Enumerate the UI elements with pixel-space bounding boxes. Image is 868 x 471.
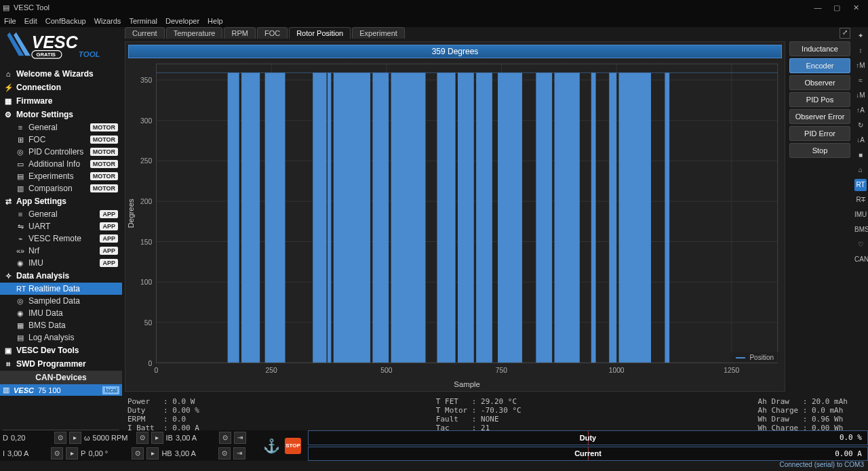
nav-leaf-nrf[interactable]: «»NrfAPP — [0, 245, 122, 257]
nav-dev-tools[interactable]: ▣VESC Dev Tools — [0, 344, 122, 357]
menu-help[interactable]: Help — [208, 17, 223, 25]
rail-btn-15[interactable]: CAN — [854, 253, 867, 266]
nav-leaf-imu[interactable]: ◉IMUAPP — [0, 257, 122, 269]
rail-btn-7[interactable]: ↓A — [854, 134, 867, 146]
tab-rpm[interactable]: RPM — [224, 27, 255, 39]
nav-connection[interactable]: ⚡Connection — [0, 81, 122, 94]
plug-icon: ⚡ — [4, 83, 12, 92]
menu-confbackup[interactable]: ConfBackup — [45, 17, 86, 25]
nav-leaf-foc[interactable]: ⊞FOCMOTOR — [0, 134, 122, 146]
rail-btn-13[interactable]: BMS — [854, 224, 867, 236]
close-button[interactable]: ✕ — [846, 3, 865, 12]
nav-leaf-vesc-remote[interactable]: ⌁VESC RemoteAPP — [0, 232, 122, 245]
d-play-button[interactable]: ▸ — [69, 432, 81, 444]
ib-reset-button[interactable]: ⊙ — [219, 432, 231, 444]
rail-btn-8[interactable]: ■ — [854, 149, 867, 161]
nav-leaf-imu-data[interactable]: ◉IMU Data — [0, 307, 122, 319]
nav-leaf-bms-data[interactable]: ▦BMS Data — [0, 319, 122, 331]
expand-plot-button[interactable]: ⤢ — [840, 28, 850, 39]
rail-btn-14[interactable]: ♡ — [854, 239, 867, 251]
nav-swd[interactable]: ⌗SWD Programmer — [0, 357, 122, 371]
nav-app-settings[interactable]: ⇄App Settings — [0, 194, 122, 208]
svg-rect-38 — [372, 73, 389, 363]
w-play-button[interactable]: ▸ — [151, 432, 163, 444]
rail-btn-1[interactable]: ↕ — [854, 45, 867, 57]
legend-swatch — [736, 357, 745, 359]
i-reset-button[interactable]: ⊙ — [51, 447, 63, 459]
nav-welcome[interactable]: ⌂Welcome & Wizards — [0, 67, 122, 81]
nav-leaf-experiments[interactable]: ▤ExperimentsMOTOR — [0, 170, 122, 182]
rail-btn-9[interactable]: ⌂ — [854, 164, 867, 176]
menu-developer[interactable]: Developer — [165, 17, 199, 25]
nav-leaf-comparison[interactable]: ▥ComparisonMOTOR — [0, 182, 122, 194]
nav-leaf-general[interactable]: ≡GeneralMOTOR — [0, 121, 122, 134]
can-device-row[interactable]: ▥ VESC 75 100 local — [0, 384, 122, 396]
badge: MOTOR — [90, 136, 118, 144]
menu-edit[interactable]: Edit — [24, 17, 37, 25]
chart-title: 359 Degrees — [128, 45, 782, 58]
ib-send-button[interactable]: ⇥ — [234, 432, 246, 444]
d-field: D 0,20 — [3, 434, 52, 442]
chart-svg[interactable]: 050100150200250300350025050075010001250S… — [125, 60, 785, 391]
mode-inductance[interactable]: Inductance — [789, 41, 850, 56]
mode-observer[interactable]: Observer — [789, 75, 850, 90]
rail-btn-11[interactable]: RT̶ — [854, 194, 867, 206]
svg-text:500: 500 — [380, 367, 392, 374]
rail-btn-6[interactable]: ↻ — [854, 119, 867, 131]
nav-leaf-realtime-data[interactable]: RTRealtime Data — [0, 283, 122, 295]
nav-firmware[interactable]: ▦Firmware — [0, 94, 122, 108]
rail-btn-12[interactable]: IMU — [854, 209, 867, 221]
menu-file[interactable]: File — [4, 17, 16, 25]
mode-stop[interactable]: Stop — [789, 143, 850, 158]
p-reset-button[interactable]: ⊙ — [132, 447, 144, 459]
svg-rect-35 — [313, 73, 326, 363]
nav-motor-settings[interactable]: ⚙Motor Settings — [0, 108, 122, 121]
tab-experiment[interactable]: Experiment — [352, 27, 405, 39]
tab-temperature[interactable]: Temperature — [166, 27, 223, 39]
svg-text:750: 750 — [496, 367, 507, 374]
duty-gauge[interactable]: Duty 0.0 % — [308, 430, 868, 445]
svg-rect-46 — [591, 73, 596, 363]
tab-foc[interactable]: FOC — [257, 27, 288, 39]
hb-send-button[interactable]: ⇥ — [233, 447, 245, 459]
hb-reset-button[interactable]: ⊙ — [218, 447, 231, 459]
svg-rect-32 — [228, 73, 239, 363]
mode-observer-error[interactable]: Observer Error — [789, 109, 850, 124]
nav-leaf-general[interactable]: ≡GeneralAPP — [0, 208, 122, 220]
nav-leaf-log-analysis[interactable]: ▤Log Analysis — [0, 331, 122, 344]
chart-mode-panel: InductanceEncoderObserverPID PosObserver… — [789, 41, 850, 392]
svg-text:1250: 1250 — [724, 367, 739, 374]
svg-rect-42 — [476, 73, 492, 363]
p-play-button[interactable]: ▸ — [146, 447, 159, 459]
rail-btn-3[interactable]: ≈ — [854, 75, 867, 87]
i-play-button[interactable]: ▸ — [66, 447, 78, 459]
d-reset-button[interactable]: ⊙ — [54, 432, 66, 444]
current-gauge[interactable]: Current 0.00 A — [308, 447, 868, 462]
menu-terminal[interactable]: Terminal — [129, 17, 157, 25]
mode-pid-pos[interactable]: PID Pos — [789, 92, 850, 107]
nav-leaf-pid-controllers[interactable]: ◎PID ControllersMOTOR — [0, 146, 122, 158]
nav-data-analysis[interactable]: ✧Data Analysis — [0, 269, 122, 283]
nav-leaf-sampled-data[interactable]: ◎Sampled Data — [0, 295, 122, 307]
stop-button[interactable]: STOP — [285, 438, 301, 454]
rail-btn-5[interactable]: ↑A — [854, 104, 867, 117]
rail-btn-10[interactable]: RT — [854, 179, 867, 191]
rail-btn-0[interactable]: ✦ — [854, 30, 867, 42]
svg-text:VESC: VESC — [32, 33, 79, 52]
nav-leaf-uart[interactable]: ⇋UARTAPP — [0, 220, 122, 232]
leaf-icon: ▭ — [16, 160, 24, 169]
chip-icon: ▦ — [4, 97, 12, 106]
anchor-icon[interactable]: ⚓ — [262, 436, 281, 455]
w-reset-button[interactable]: ⊙ — [136, 432, 149, 444]
tab-rotor-position[interactable]: Rotor Position — [289, 27, 351, 39]
mode-encoder[interactable]: Encoder — [789, 58, 850, 73]
menu-wizards[interactable]: Wizards — [94, 17, 121, 25]
nav-leaf-additional-info[interactable]: ▭Additional InfoMOTOR — [0, 158, 122, 170]
minimize-button[interactable]: — — [808, 3, 827, 12]
rail-btn-2[interactable]: ↑M — [854, 60, 867, 72]
mode-pid-error[interactable]: PID Error — [789, 126, 850, 141]
tab-current[interactable]: Current — [125, 27, 165, 39]
rail-btn-4[interactable]: ↓M — [854, 89, 867, 102]
maximize-button[interactable]: ▢ — [827, 3, 846, 12]
badge: APP — [100, 247, 118, 255]
